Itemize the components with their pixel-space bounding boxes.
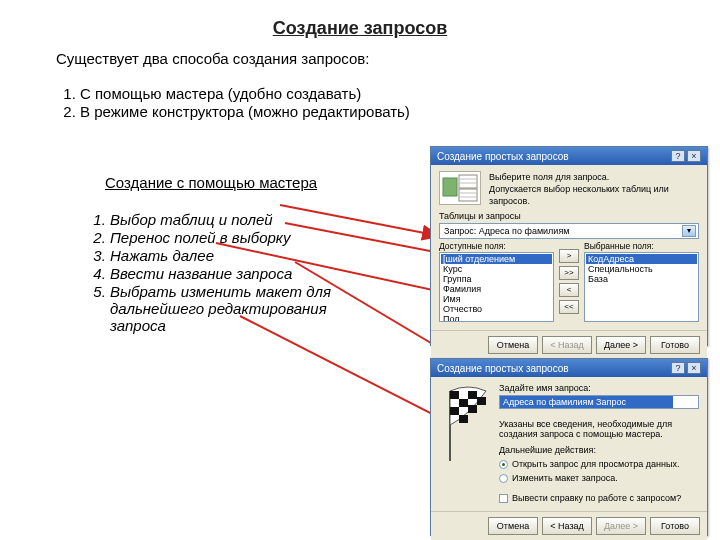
svg-rect-17: [450, 407, 459, 415]
list-item[interactable]: Группа: [441, 274, 552, 284]
wizard-step: Перенос полей в выборку: [110, 229, 360, 246]
list-item[interactable]: [ший отделением: [441, 254, 552, 264]
svg-rect-14: [468, 391, 477, 399]
chevron-down-icon[interactable]: ▾: [682, 225, 696, 237]
selected-label: Выбранные поля:: [584, 241, 699, 251]
svg-rect-7: [459, 189, 477, 201]
list-item[interactable]: База: [586, 274, 697, 284]
list-item[interactable]: Специальность: [586, 264, 697, 274]
list-item[interactable]: Фамилия: [441, 284, 552, 294]
next-button: Далее >: [596, 517, 646, 535]
radio-edit-label: Изменить макет запроса.: [512, 473, 618, 483]
radio-icon: [499, 474, 508, 483]
selected-list[interactable]: КодАдресаСпециальностьБаза: [584, 252, 699, 322]
svg-rect-5: [443, 178, 457, 196]
wizard-banner-icon: [439, 171, 481, 205]
intro-text: Существует два способа создания запросов…: [56, 50, 369, 67]
checkered-flag-icon: [439, 383, 491, 463]
window-controls: ? ×: [671, 150, 701, 162]
dialog-title: Создание простых запросов: [437, 363, 569, 374]
close-icon[interactable]: ×: [687, 362, 701, 374]
svg-rect-6: [459, 175, 477, 188]
query-name-input[interactable]: Адреса по фамилиям Запрос: [499, 395, 699, 409]
wizard-step: Ввести название запроса: [110, 265, 360, 282]
help-icon[interactable]: ?: [671, 362, 685, 374]
check-show-help[interactable]: Вывести справку по работе с запросом?: [499, 493, 699, 503]
next-actions-label: Дальнейшие действия:: [499, 445, 699, 455]
list-item[interactable]: КодАдреса: [586, 254, 697, 264]
cancel-button[interactable]: Отмена: [488, 336, 538, 354]
svg-rect-19: [459, 415, 468, 423]
svg-rect-15: [459, 399, 468, 407]
close-icon[interactable]: ×: [687, 150, 701, 162]
wizard-title: Создание с помощью мастера: [105, 174, 317, 191]
wizard-step: Выбрать изменить макет для дальнейшего р…: [110, 283, 360, 334]
info-text: Указаны все сведения, необходимые для со…: [499, 419, 699, 439]
ways-item: С помощью мастера (удобно создавать): [80, 85, 410, 102]
move-all-left-button[interactable]: <<: [559, 300, 579, 314]
wizard-steps: Выбор таблиц и полей Перенос полей в выб…: [90, 211, 360, 335]
titlebar: Создание простых запросов ? ×: [431, 147, 707, 165]
radio-icon: [499, 460, 508, 469]
titlebar: Создание простых запросов ? ×: [431, 359, 707, 377]
move-left-button[interactable]: <: [559, 283, 579, 297]
checkbox-icon: [499, 494, 508, 503]
svg-rect-18: [468, 405, 477, 413]
wizard-dialog-step1: Создание простых запросов ? × Выберите п…: [430, 146, 708, 346]
list-item[interactable]: Отчество: [441, 304, 552, 314]
help-icon[interactable]: ?: [671, 150, 685, 162]
radio-open-label: Открыть запрос для просмотра данных.: [512, 459, 679, 469]
list-item[interactable]: Курс: [441, 264, 552, 274]
dialog-title: Создание простых запросов: [437, 151, 569, 162]
wizard-dialog-finish: Создание простых запросов ? ×: [430, 358, 708, 536]
wizard-step: Нажать далее: [110, 247, 360, 264]
ways-list: С помощью мастера (удобно создавать) В р…: [40, 85, 410, 121]
list-item[interactable]: Имя: [441, 294, 552, 304]
ways-item: В режиме конструктора (можно редактирова…: [80, 103, 410, 120]
window-controls: ? ×: [671, 362, 701, 374]
finish-button[interactable]: Готово: [650, 336, 700, 354]
back-button: < Назад: [542, 336, 592, 354]
back-button[interactable]: < Назад: [542, 517, 592, 535]
check-help-label: Вывести справку по работе с запросом?: [512, 493, 681, 503]
name-label: Задайте имя запроса:: [499, 383, 699, 393]
radio-edit-layout[interactable]: Изменить макет запроса.: [499, 473, 699, 483]
prompt-line2: Допускается выбор нескольких таблиц или …: [489, 183, 699, 207]
svg-rect-13: [450, 391, 459, 399]
cancel-button[interactable]: Отмена: [488, 517, 538, 535]
svg-rect-16: [477, 397, 486, 405]
tables-combo[interactable]: Запрос: Адреса по фамилиям ▾: [439, 223, 699, 239]
tables-label: Таблицы и запросы: [439, 211, 699, 221]
radio-open-query[interactable]: Открыть запрос для просмотра данных.: [499, 459, 699, 469]
combo-value: Запрос: Адреса по фамилиям: [444, 226, 569, 236]
available-list[interactable]: [ший отделениемКурсГруппаФамилияИмяОтчес…: [439, 252, 554, 322]
list-item[interactable]: Пол: [441, 314, 552, 322]
move-right-button[interactable]: >: [559, 249, 579, 263]
page-title: Создание запросов: [0, 18, 720, 39]
query-name-value: Адреса по фамилиям Запрос: [500, 396, 673, 408]
move-all-right-button[interactable]: >>: [559, 266, 579, 280]
next-button[interactable]: Далее >: [596, 336, 646, 354]
finish-button[interactable]: Готово: [650, 517, 700, 535]
available-label: Доступные поля:: [439, 241, 554, 251]
prompt-line1: Выберите поля для запроса.: [489, 171, 699, 183]
wizard-step: Выбор таблиц и полей: [110, 211, 360, 228]
